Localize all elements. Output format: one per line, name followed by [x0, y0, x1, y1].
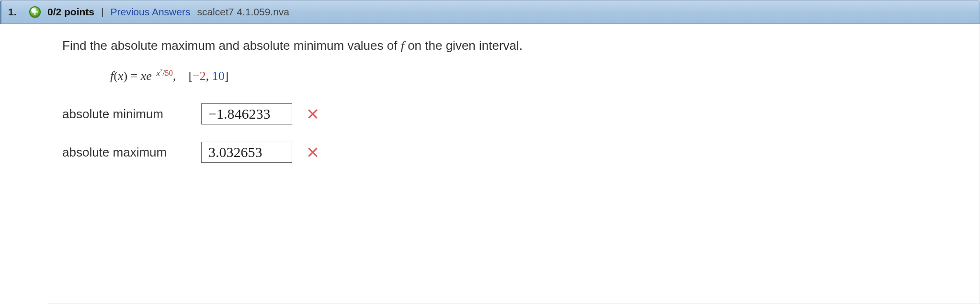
instructions-var-f: f [401, 39, 404, 53]
formula-x: x [141, 69, 147, 83]
interval-sep: , [206, 69, 212, 83]
interval-open: [ [188, 69, 193, 83]
formula-exponent: −x2/50 [152, 68, 173, 78]
points-text: 0/2 points [47, 6, 94, 18]
instructions-text-post: on the given interval. [404, 38, 523, 53]
question-body: Find the absolute maximum and absolute m… [48, 24, 980, 304]
instructions: Find the absolute maximum and absolute m… [62, 38, 965, 53]
plus-icon[interactable] [29, 6, 41, 18]
formula: f(x) = xe−x2/50, [−2, 10] [110, 68, 965, 83]
exp-minus: − [152, 68, 157, 78]
interval-a: −2 [193, 69, 206, 83]
formula-arg: x [118, 69, 124, 83]
absolute-maximum-label: absolute maximum [62, 145, 187, 160]
formula-paren-open: ( [114, 69, 118, 83]
answer-row-minimum: absolute minimum −1.846233 [62, 103, 965, 124]
reference-code: scalcet7 4.1.059.nva [197, 6, 289, 18]
incorrect-icon [307, 146, 319, 158]
absolute-minimum-value[interactable]: −1.846233 [201, 103, 292, 124]
absolute-minimum-label: absolute minimum [62, 107, 187, 122]
question-number: 1. [8, 6, 23, 18]
formula-comma: , [173, 69, 189, 83]
formula-e: e [146, 69, 152, 83]
exp-denom: 50 [165, 68, 173, 78]
instructions-text-pre: Find the absolute maximum and absolute m… [62, 38, 401, 53]
incorrect-icon [307, 108, 319, 120]
absolute-maximum-value[interactable]: 3.032653 [201, 142, 292, 163]
interval-close: ] [225, 69, 229, 83]
separator-pipe: | [101, 6, 103, 18]
question-header: 1. 0/2 points | Previous Answers scalcet… [0, 0, 980, 24]
answer-row-maximum: absolute maximum 3.032653 [62, 142, 965, 163]
exp-x: x [156, 68, 160, 78]
previous-answers-link[interactable]: Previous Answers [111, 6, 191, 18]
formula-paren-eq: ) = [123, 69, 140, 83]
interval-b: 10 [212, 69, 225, 83]
